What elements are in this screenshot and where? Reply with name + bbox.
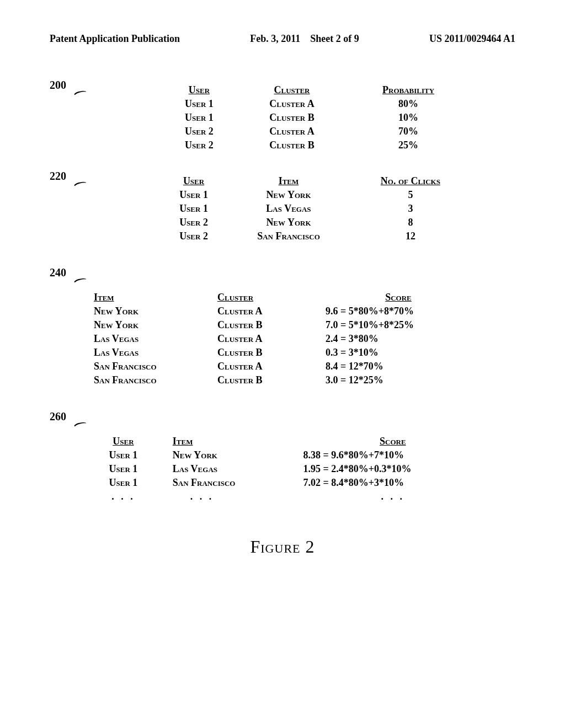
reference-240: 240 ⌢ (50, 271, 116, 285)
col-item: Item (226, 174, 351, 188)
table-header-row: User Item Score (78, 435, 487, 448)
patent-page: Patent Application Publication Feb. 3, 2… (0, 0, 565, 579)
table-row: Las Vegas Cluster A 2.4 = 3*80% (89, 332, 476, 346)
table-row: User 1 Las Vegas 3 (161, 202, 470, 216)
col-user: User (161, 174, 226, 188)
table-row: User 2 San Francisco 12 (161, 229, 470, 243)
section-240: 240 ⌢ Item Cluster Score New York Cluste… (50, 271, 515, 387)
header-date: Feb. 3, 2011 (250, 33, 300, 44)
table-header-row: User Cluster Probability (161, 83, 470, 97)
table-row: User 1 Las Vegas 1.95 = 2.4*80%+0.3*10% (78, 462, 487, 476)
header-center: Feb. 3, 2011 Sheet 2 of 9 (250, 33, 359, 45)
header-left: Patent Application Publication (50, 33, 180, 45)
figure-caption: Figure 2 (50, 537, 515, 557)
table-row: New York Cluster A 9.6 = 5*80%+8*70% (89, 304, 476, 318)
header-sheet: Sheet 2 of 9 (310, 33, 359, 44)
table-200: User Cluster Probability User 1 Cluster … (161, 83, 470, 152)
reference-200: 200 ⌢ (50, 83, 116, 98)
table-header-row: Item Cluster Score (89, 291, 476, 304)
lead-line-icon: ⌢ (65, 271, 92, 287)
table-row: San Francisco Cluster A 8.4 = 12*70% (89, 360, 476, 373)
header-right: US 2011/0029464 A1 (429, 33, 515, 45)
col-clicks: No. of Clicks (351, 174, 470, 188)
lead-line-icon: ⌢ (65, 83, 92, 100)
section-220: 220 ⌢ User Item No. of Clicks User 1 New… (50, 174, 515, 243)
table-row: User 2 New York 8 (161, 216, 470, 229)
table-240: Item Cluster Score New York Cluster A 9.… (89, 291, 476, 387)
reference-220: 220 ⌢ (50, 174, 116, 189)
table-row: User 1 San Francisco 7.02 = 8.4*80%+3*10… (78, 476, 487, 490)
col-user: User (161, 83, 237, 97)
table-row: User 2 Cluster A 70% (161, 125, 470, 138)
table-row: User 1 New York 5 (161, 188, 470, 202)
col-item: Item (89, 291, 213, 304)
table-row: Las Vegas Cluster B 0.3 = 3*10% (89, 346, 476, 360)
table-row: User 2 Cluster B 25% (161, 138, 470, 152)
table-row: User 1 Cluster B 10% (161, 111, 470, 125)
ellipsis-row: . . . . . . . . . (78, 490, 487, 504)
col-score: Score (321, 291, 476, 304)
col-cluster: Cluster (213, 291, 321, 304)
section-200: 200 ⌢ User Cluster Probability User 1 Cl… (50, 83, 515, 152)
col-score: Score (299, 435, 487, 448)
lead-line-icon: ⌢ (65, 415, 92, 431)
col-user: User (78, 435, 168, 448)
table-220: User Item No. of Clicks User 1 New York … (161, 174, 470, 243)
table-row: User 1 New York 8.38 = 9.6*80%+7*10% (78, 448, 487, 462)
page-header: Patent Application Publication Feb. 3, 2… (50, 33, 515, 45)
reference-260: 260 ⌢ (50, 415, 116, 429)
col-cluster: Cluster (237, 83, 347, 97)
lead-line-icon: ⌢ (65, 174, 92, 191)
table-row: User 1 Cluster A 80% (161, 97, 470, 111)
table-row: New York Cluster B 7.0 = 5*10%+8*25% (89, 318, 476, 332)
col-probability: Probability (347, 83, 470, 97)
table-260: User Item Score User 1 New York 8.38 = 9… (78, 435, 487, 504)
table-header-row: User Item No. of Clicks (161, 174, 470, 188)
table-row: San Francisco Cluster B 3.0 = 12*25% (89, 373, 476, 387)
col-item: Item (168, 435, 299, 448)
section-260: 260 ⌢ User Item Score User 1 New York 8.… (50, 415, 515, 504)
